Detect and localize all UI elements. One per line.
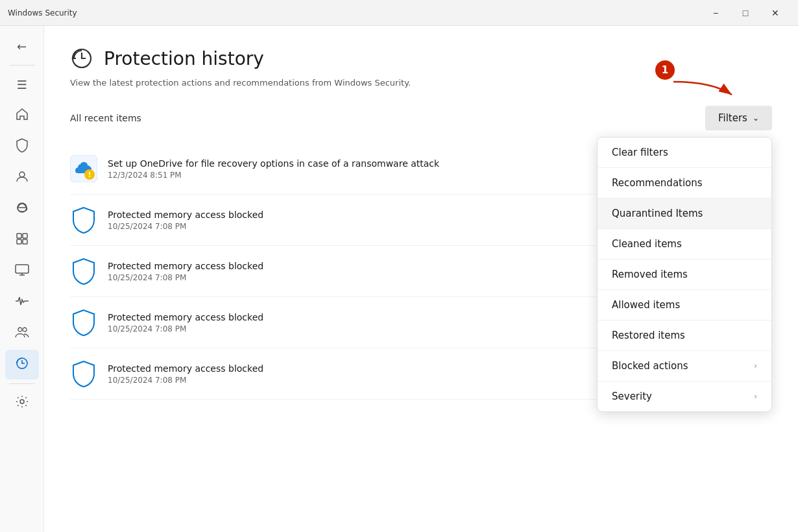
app-icon xyxy=(16,232,29,248)
filter-recommendations[interactable]: Recommendations xyxy=(598,168,771,199)
item-title-1: Set up OneDrive for file recovery option… xyxy=(108,158,549,169)
chevron-right-severity-icon: › xyxy=(754,392,757,401)
sidebar-item-back[interactable]: ← xyxy=(5,31,39,61)
sidebar-item-shield[interactable] xyxy=(5,132,39,162)
sidebar-divider-1 xyxy=(9,65,35,66)
sidebar-item-menu[interactable]: ☰ xyxy=(5,69,39,99)
item-title-2: Protected memory access blocked xyxy=(108,210,549,220)
item-title-3: Protected memory access blocked xyxy=(108,261,549,271)
page-title: Protection history xyxy=(104,48,264,69)
item-title-4: Protected memory access blocked xyxy=(108,312,549,322)
network-icon xyxy=(16,201,29,217)
sidebar: ← ☰ xyxy=(0,26,44,532)
filter-quarantined-items[interactable]: Quarantined Items 2 xyxy=(598,199,771,229)
sidebar-item-network[interactable] xyxy=(5,194,39,224)
page-history-icon xyxy=(70,47,93,70)
page-header: Protection history xyxy=(70,47,772,70)
sidebar-item-device[interactable] xyxy=(5,256,39,286)
filter-cleaned-items[interactable]: Cleaned items xyxy=(598,229,771,260)
filter-severity[interactable]: Severity › xyxy=(598,381,771,411)
minimize-button[interactable]: − xyxy=(701,3,731,23)
history-icon xyxy=(16,357,29,372)
annotation-arrow-2 xyxy=(597,210,609,229)
home-icon xyxy=(16,108,29,123)
shield-icon xyxy=(16,138,29,155)
page-subtitle: View the latest protection actions and r… xyxy=(70,78,772,88)
item-icon-shield-4 xyxy=(70,309,97,336)
svg-point-0 xyxy=(19,172,25,177)
health-icon xyxy=(15,295,29,309)
sidebar-item-home[interactable] xyxy=(5,101,39,130)
svg-point-13 xyxy=(20,400,24,404)
maximize-button[interactable]: □ xyxy=(731,3,760,23)
title-bar-text: Windows Security xyxy=(8,8,701,18)
account-icon xyxy=(16,170,29,186)
filters-button[interactable]: Filters ⌄ xyxy=(705,106,772,130)
filters-dropdown: Clear filters Recommendations Quarantine… xyxy=(597,137,772,412)
item-title-5: Protected memory access blocked xyxy=(108,363,549,374)
item-icon-shield-2 xyxy=(70,206,97,234)
filters-label: Filters xyxy=(718,112,747,124)
filter-allowed-items[interactable]: Allowed items xyxy=(598,290,771,320)
title-bar: Windows Security − □ ✕ xyxy=(0,0,798,26)
svg-rect-7 xyxy=(16,265,29,273)
sidebar-item-health[interactable] xyxy=(5,287,39,317)
sidebar-item-history[interactable] xyxy=(5,350,39,380)
filter-blocked-actions[interactable]: Blocked actions › xyxy=(598,351,771,381)
title-bar-controls: − □ ✕ xyxy=(701,3,790,23)
svg-rect-6 xyxy=(23,239,27,244)
sidebar-divider-2 xyxy=(9,383,35,384)
filter-restored-items[interactable]: Restored items xyxy=(598,320,771,351)
menu-icon: ☰ xyxy=(16,78,27,91)
chevron-down-icon: ⌄ xyxy=(753,114,759,123)
filter-clear-filters[interactable]: Clear filters xyxy=(598,138,771,168)
sidebar-item-settings[interactable] xyxy=(5,388,39,418)
svg-rect-5 xyxy=(17,239,21,244)
app-layout: ← ☰ xyxy=(0,26,798,532)
svg-rect-3 xyxy=(17,234,21,238)
svg-rect-4 xyxy=(23,234,27,238)
filter-removed-items[interactable]: Removed items xyxy=(598,260,771,290)
chevron-right-blocked-icon: › xyxy=(754,361,757,370)
item-icon-shield-5 xyxy=(70,360,97,387)
recent-items-row: All recent items 1 Filters xyxy=(70,106,772,130)
close-button[interactable]: ✕ xyxy=(760,3,790,23)
svg-point-10 xyxy=(18,328,22,332)
item-icon-shield-3 xyxy=(70,258,97,285)
filters-area: 1 Filters ⌄ xyxy=(705,106,772,130)
back-icon: ← xyxy=(17,40,27,53)
family-icon xyxy=(15,326,29,341)
sidebar-item-app[interactable] xyxy=(5,225,39,255)
svg-text:!: ! xyxy=(88,171,91,178)
sidebar-item-family[interactable] xyxy=(5,319,39,348)
sidebar-item-account[interactable] xyxy=(5,163,39,193)
item-icon-onedrive: ! xyxy=(70,155,97,182)
device-icon xyxy=(15,264,29,278)
settings-icon xyxy=(16,395,29,411)
svg-point-11 xyxy=(23,328,27,332)
main-content: Protection history View the latest prote… xyxy=(44,26,798,532)
recent-items-label: All recent items xyxy=(70,113,141,123)
